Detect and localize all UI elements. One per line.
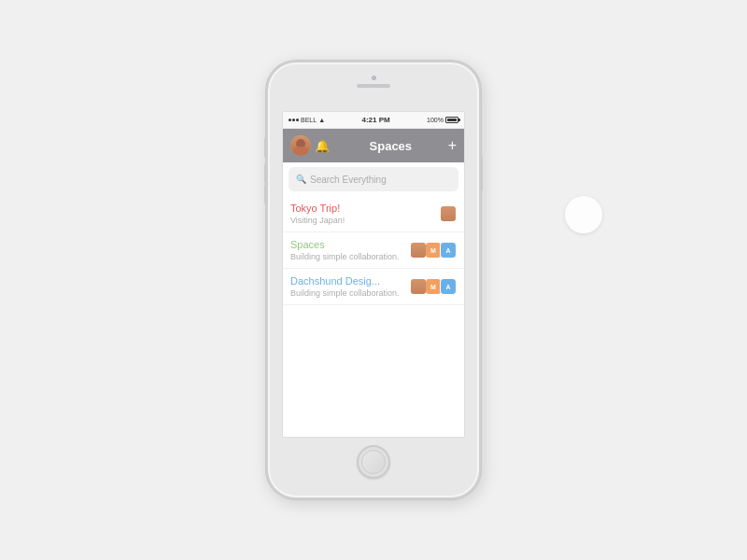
status-center: 4:21 PM xyxy=(361,116,389,124)
list-item[interactable]: Tokyo Trip! Visiting Japan! xyxy=(283,196,464,232)
avatar-a: A xyxy=(440,278,457,295)
spaces-list: Tokyo Trip! Visiting Japan! Spaces Build… xyxy=(283,196,464,437)
time-display: 4:21 PM xyxy=(361,116,389,124)
battery-percent: 100% xyxy=(427,117,444,123)
search-placeholder: Search Everything xyxy=(310,175,387,185)
nav-bar: 🔔 Spaces + xyxy=(283,129,464,162)
search-icon: 🔍 xyxy=(296,175,306,184)
phone-screen: BELL ▲ 4:21 PM 100% 🔔 Spaces xyxy=(282,111,465,438)
nav-title: Spaces xyxy=(370,139,413,153)
floating-circle xyxy=(565,196,602,233)
item-title: Spaces xyxy=(290,239,412,250)
camera xyxy=(372,76,376,80)
phone-top xyxy=(357,76,390,88)
item-avatars: M A xyxy=(412,242,457,259)
bell-icon[interactable]: 🔔 xyxy=(315,139,330,153)
avatar xyxy=(440,205,457,222)
item-avatars xyxy=(442,205,457,222)
item-subtitle: Building simple collaboration. xyxy=(290,288,412,298)
item-title: Dachshund Desig... xyxy=(290,275,412,287)
avatar xyxy=(410,242,427,259)
home-button[interactable] xyxy=(357,445,390,479)
item-avatars: M A xyxy=(412,278,457,295)
home-button-inner xyxy=(361,450,386,474)
item-subtitle: Visiting Japan! xyxy=(290,216,442,225)
list-item[interactable]: Dachshund Desig... Building simple colla… xyxy=(283,269,464,305)
profile-avatar[interactable] xyxy=(290,135,311,156)
status-left: BELL ▲ xyxy=(289,117,325,123)
status-right: 100% xyxy=(427,117,458,123)
carrier-label: BELL xyxy=(301,117,317,123)
speaker xyxy=(357,84,390,88)
search-bar[interactable]: 🔍 Search Everything xyxy=(289,167,458,191)
status-bar: BELL ▲ 4:21 PM 100% xyxy=(283,112,464,129)
avatar xyxy=(410,278,427,295)
item-subtitle: Building simple collaboration. xyxy=(290,252,412,261)
avatar-a: A xyxy=(440,242,457,259)
list-item[interactable]: Spaces Building simple collaboration. M … xyxy=(283,232,464,269)
phone-shell: BELL ▲ 4:21 PM 100% 🔔 Spaces xyxy=(266,61,481,499)
add-button[interactable]: + xyxy=(448,137,457,154)
item-title: Tokyo Trip! xyxy=(290,203,442,214)
battery-icon xyxy=(445,117,458,123)
wifi-icon: ▲ xyxy=(318,117,325,123)
